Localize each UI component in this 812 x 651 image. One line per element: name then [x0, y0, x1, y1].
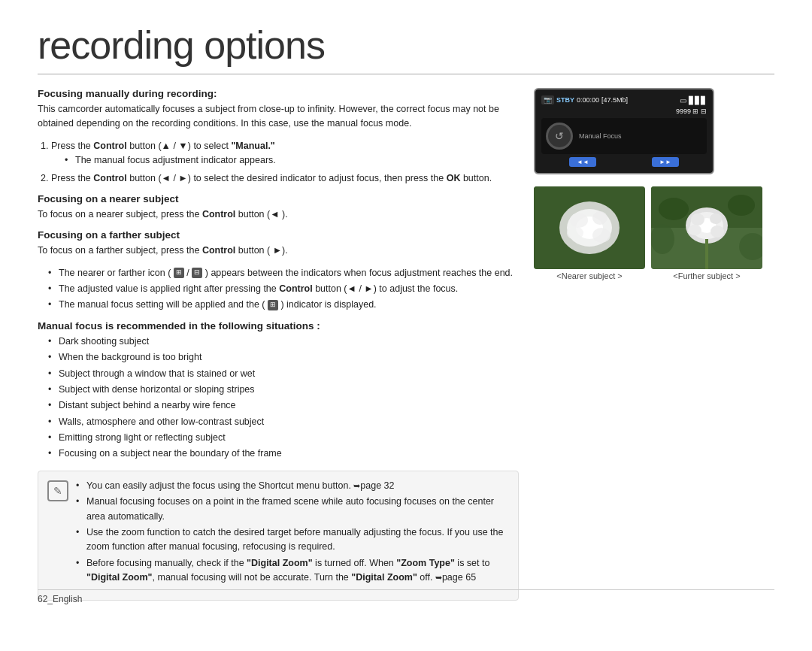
focusing-farther-bullets: The nearer or farther icon ( ⊞ / ⊟ ) app… — [48, 266, 519, 313]
cam-resolution: [47.5Mb] — [601, 96, 628, 104]
cam-battery-icon: ▭ — [680, 96, 686, 104]
farther-icon: ⊟ — [192, 268, 202, 278]
mf-indicator-icon: ⊞ — [268, 300, 278, 310]
situation-3: Subject through a window that is stained… — [48, 367, 519, 381]
cam-dial: ↺ — [546, 123, 573, 150]
step-2: Press the Control button (◄ / ►) to sele… — [51, 171, 519, 186]
nearer-subject-image — [534, 186, 645, 269]
step-1: Press the Control button (▲ / ▼) to sele… — [51, 139, 519, 168]
svg-point-4 — [570, 213, 588, 228]
cam-btn-left: ◄◄ — [569, 157, 596, 167]
arrow-icon-1: ➥ — [353, 480, 360, 492]
right-column: 📷 STBY 0:00:00 [47.5Mb] ▭ ▊▊▊ 9999 ⊞ ⊟ — [534, 88, 774, 601]
bullet-nearer-farther-icon: The nearer or farther icon ( ⊞ / ⊟ ) app… — [48, 266, 519, 280]
cam-video-icon: 📷 — [541, 95, 554, 104]
situation-4: Subject with dense horizontal or sloping… — [48, 383, 519, 397]
main-content: Focusing manually during recording: This… — [38, 88, 774, 601]
note-text: You can easily adjust the focus using th… — [76, 479, 509, 593]
manual-focus-bullets: Dark shooting subject When the backgroun… — [48, 335, 519, 462]
focusing-nearer-text: To focus on a nearer subject, press the … — [38, 207, 519, 222]
section-focusing-farther-title: Focusing on a farther subject — [38, 229, 519, 241]
note-1: You can easily adjust the focus using th… — [76, 479, 509, 493]
svg-point-18 — [659, 198, 689, 220]
cam-status: 📷 STBY 0:00:00 [47.5Mb] — [541, 95, 628, 104]
nearer-subject-container: <Nearer subject > — [534, 186, 645, 280]
arrow-icon-2: ➥ — [435, 571, 442, 584]
note-icon: ✎ — [47, 480, 68, 501]
cam-time: 0:00:00 — [577, 96, 599, 104]
svg-point-20 — [651, 224, 674, 254]
step-1-sub: The manual focus adjustment indicator ap… — [65, 153, 519, 168]
svg-point-6 — [567, 226, 583, 240]
cam-top-bar: 📷 STBY 0:00:00 [47.5Mb] ▭ ▊▊▊ — [541, 95, 707, 104]
situation-6: Walls, atmosphere and other low-contrast… — [48, 415, 519, 429]
focusing-farther-text: To focus on a farther subject, press the… — [38, 244, 519, 258]
situation-5: Distant subject behind a nearby wire fen… — [48, 398, 519, 413]
svg-point-5 — [592, 211, 607, 225]
svg-point-15 — [688, 225, 701, 235]
section-manual-focus-title: Manual focus is recommended in the follo… — [38, 320, 519, 332]
svg-point-14 — [710, 213, 722, 224]
farther-subject-image — [651, 186, 762, 269]
svg-point-16 — [710, 226, 724, 238]
cam-battery: ▭ ▊▊▊ — [680, 96, 707, 104]
section-focusing-nearer-title: Focusing on a nearer subject — [38, 193, 519, 204]
camcorder-ui: 📷 STBY 0:00:00 [47.5Mb] ▭ ▊▊▊ 9999 ⊞ ⊟ — [534, 88, 714, 174]
page-title: recording options — [38, 23, 774, 74]
cam-buttons: ◄◄ ►► — [541, 157, 707, 167]
nearer-subject-label: <Nearer subject > — [534, 271, 645, 280]
farther-subject-label: <Further subject > — [651, 271, 762, 280]
cam-manual-focus-label: Manual Focus — [579, 132, 622, 140]
cam-stby-label: STBY — [556, 96, 574, 104]
cam-counter-value: 9999 — [676, 107, 691, 115]
nearer-icon: ⊞ — [174, 268, 184, 278]
svg-point-19 — [728, 195, 755, 216]
page: recording options Focusing manually duri… — [0, 0, 812, 616]
step-list: Press the Control button (▲ / ▼) to sele… — [51, 139, 519, 186]
note-3: Use the zoom function to catch the desir… — [76, 525, 509, 555]
farther-flower-svg — [651, 186, 762, 269]
cam-btn-right: ►► — [652, 157, 679, 167]
farther-subject-container: <Further subject > — [651, 186, 762, 280]
bullet-adjusted-value: The adjusted value is applied right afte… — [48, 282, 519, 296]
cam-signal-icon: ▊▊▊ — [689, 96, 707, 104]
situation-2: When the background is too bright — [48, 350, 519, 365]
situation-8: Focusing on a subject near the boundary … — [48, 447, 519, 461]
nearer-flower-svg — [534, 186, 645, 269]
svg-point-7 — [592, 228, 611, 243]
bullet-manual-focus-indicator: The manual focus setting will be applied… — [48, 298, 519, 312]
footer-text: 62_English — [38, 594, 82, 604]
cam-counter: 9999 ⊞ ⊟ — [541, 107, 707, 115]
situation-1: Dark shooting subject — [48, 335, 519, 349]
left-column: Focusing manually during recording: This… — [38, 88, 519, 601]
cam-main-area: ↺ Manual Focus — [541, 118, 707, 154]
note-bullet-list: You can easily adjust the focus using th… — [76, 479, 509, 586]
note-box: ✎ You can easily adjust the focus using … — [38, 471, 519, 601]
situation-7: Emitting strong light or reflecting subj… — [48, 431, 519, 445]
focusing-manually-intro: This camcorder automatically focuses a s… — [38, 102, 519, 132]
cam-counter-icons: ⊞ ⊟ — [692, 107, 707, 115]
section-focusing-manually-title: Focusing manually during recording: — [38, 88, 519, 99]
footer: 62_English — [38, 589, 774, 604]
svg-point-13 — [691, 213, 704, 226]
focus-images: <Nearer subject > — [534, 186, 774, 280]
note-4: Before focusing manually, check if the "… — [76, 556, 509, 586]
note-2: Manual focusing focuses on a point in th… — [76, 495, 509, 524]
cam-label: Manual Focus — [579, 132, 622, 140]
step-1-sub-1: The manual focus adjustment indicator ap… — [65, 153, 519, 168]
